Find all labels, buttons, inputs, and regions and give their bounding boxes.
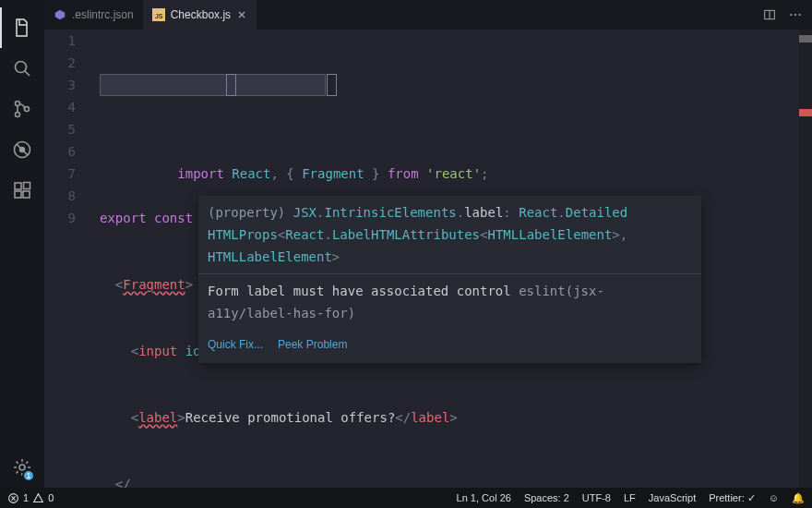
tab-label: Checkbox.js — [171, 8, 231, 21]
status-indent[interactable]: Spaces: 2 — [524, 492, 569, 504]
gutter: 1 2 3 4 5 6 7 8 9 — [44, 30, 96, 229]
extensions-icon[interactable] — [0, 170, 44, 211]
quick-fix-link[interactable]: Quick Fix... — [208, 333, 263, 356]
debug-icon[interactable] — [0, 129, 44, 170]
code-line-1: import React, { Fragment } from 'react'; — [100, 74, 775, 96]
svg-point-5 — [19, 147, 25, 152]
tab-eslintrc[interactable]: .eslintrc.json — [44, 0, 143, 30]
peek-problem-link[interactable]: Peek Problem — [278, 333, 347, 356]
tab-bar: .eslintrc.json JS Checkbox.js — [44, 0, 812, 30]
hover-diagnostic: Form label must have associated control … — [198, 273, 701, 330]
svg-point-1 — [16, 102, 20, 106]
code-line-6: <label>Receive promotional offers?</labe… — [100, 406, 775, 429]
status-language[interactable]: JavaScript — [649, 492, 696, 504]
tab-label: .eslintrc.json — [72, 8, 134, 21]
svg-rect-7 — [15, 191, 21, 198]
notifications-badge: 1 — [22, 469, 35, 482]
hover-actions: Quick Fix... Peek Problem — [198, 330, 701, 363]
split-editor-icon[interactable] — [762, 7, 777, 22]
code-line-2 — [100, 140, 775, 163]
hover-type-info: (property) JSX.IntrinsicElements.label: … — [198, 196, 701, 273]
svg-text:JS: JS — [155, 13, 163, 19]
svg-point-15 — [790, 14, 792, 16]
activity-bar: 1 — [0, 0, 44, 488]
svg-point-17 — [799, 14, 801, 16]
status-bar: 1 0 Ln 1, Col 26 Spaces: 2 UTF-8 LF Java… — [0, 488, 812, 508]
status-cursor[interactable]: Ln 1, Col 26 — [457, 492, 511, 504]
more-icon[interactable] — [788, 7, 803, 22]
close-icon[interactable] — [236, 9, 247, 20]
code-area[interactable]: 1 2 3 4 5 6 7 8 9 import React, { Fragme… — [44, 30, 812, 488]
status-eol[interactable]: LF — [624, 492, 636, 504]
svg-rect-8 — [23, 191, 30, 198]
svg-point-16 — [794, 14, 796, 16]
status-feedback[interactable]: ☺ — [769, 492, 779, 504]
svg-marker-11 — [55, 10, 66, 20]
status-problems[interactable]: 1 0 — [7, 492, 54, 504]
svg-rect-6 — [15, 183, 21, 189]
svg-point-0 — [16, 62, 27, 73]
tab-actions — [762, 0, 812, 30]
eslint-icon — [54, 8, 66, 21]
code-line-7: </ — [100, 473, 775, 488]
manage-icon[interactable]: 1 — [0, 447, 44, 488]
hover-widget: (property) JSX.IntrinsicElements.label: … — [198, 196, 701, 363]
overview-ruler[interactable] — [799, 30, 812, 488]
editor-panel: .eslintrc.json JS Checkbox.js 1 2 3 4 5 … — [44, 0, 812, 488]
status-encoding[interactable]: UTF-8 — [582, 492, 611, 504]
explorer-icon[interactable] — [0, 7, 44, 48]
svg-point-10 — [19, 465, 25, 470]
error-icon — [7, 492, 19, 504]
tab-checkbox[interactable]: JS Checkbox.js — [143, 0, 257, 30]
warning-icon — [32, 492, 44, 504]
source-control-icon[interactable] — [0, 89, 44, 129]
svg-rect-9 — [24, 183, 30, 189]
search-icon[interactable] — [0, 48, 44, 89]
status-notifications[interactable]: 🔔 — [792, 492, 805, 504]
svg-point-2 — [16, 113, 20, 117]
js-icon: JS — [152, 8, 165, 21]
status-prettier[interactable]: Prettier: ✓ — [709, 492, 756, 504]
